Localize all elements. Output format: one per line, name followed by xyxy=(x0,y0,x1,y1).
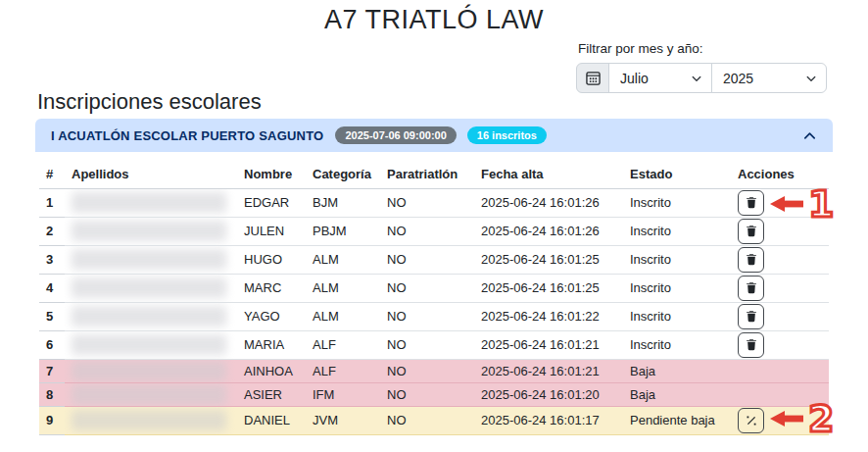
cell-estado: Inscrito xyxy=(623,330,731,359)
trash-icon xyxy=(746,253,757,266)
column-header-categoria: Categoría xyxy=(306,160,380,188)
table-row: 2JULENPBJMNO2025-06-24 16:01:26Inscrito xyxy=(39,217,829,245)
table-row: 4MARCALMNO2025-06-24 16:01:25Inscrito xyxy=(39,274,829,302)
cell-apellidos xyxy=(65,359,237,382)
cell-paratriatlon: NO xyxy=(380,188,474,217)
cell-estado: Baja xyxy=(623,359,731,382)
cell-fecha-alta: 2025-06-24 16:01:21 xyxy=(474,330,623,359)
month-select[interactable]: Julio xyxy=(609,64,711,92)
cell-apellidos xyxy=(65,406,237,434)
cell-paratriatlon: NO xyxy=(380,217,474,245)
cell-estado: Baja xyxy=(623,382,731,406)
row-number: 7 xyxy=(39,359,65,382)
redacted-apellidos xyxy=(72,410,226,430)
column-header-paratriatlon: Paratriatlón xyxy=(380,160,474,188)
column-header-nombre: Nombre xyxy=(237,160,306,188)
table-row: 8ASIERIFMNO2025-06-24 16:01:20Baja xyxy=(39,382,829,406)
accordion-header[interactable]: I ACUATLÓN ESCOLAR PUERTO SAGUNTO 2025-0… xyxy=(35,119,833,152)
cell-estado: Inscrito xyxy=(623,302,731,330)
cell-acciones xyxy=(731,217,829,245)
cell-categoria: JVM xyxy=(306,406,380,434)
cell-paratriatlon: NO xyxy=(380,245,474,274)
cell-nombre: DANIEL xyxy=(237,406,306,434)
cell-apellidos xyxy=(65,274,237,302)
process-baja-button[interactable] xyxy=(738,408,764,433)
cell-acciones xyxy=(731,302,829,330)
row-number: 3 xyxy=(39,245,65,274)
table-row: 5YAGOALMNO2025-06-24 16:01:22Inscrito xyxy=(39,302,829,330)
cell-fecha-alta: 2025-06-24 16:01:26 xyxy=(474,217,623,245)
table-wrap: #ApellidosNombreCategoríaParatriatlónFec… xyxy=(35,152,833,435)
cell-acciones xyxy=(731,245,829,274)
cell-estado: Inscrito xyxy=(623,245,731,274)
redacted-apellidos xyxy=(72,306,226,326)
cell-apellidos xyxy=(65,245,237,274)
row-number: 6 xyxy=(39,330,65,359)
delete-button[interactable] xyxy=(738,332,764,358)
column-header-acciones: Acciones xyxy=(731,160,829,188)
table-header-row: #ApellidosNombreCategoríaParatriatlónFec… xyxy=(39,160,829,188)
row-number: 8 xyxy=(39,382,65,406)
delete-button[interactable] xyxy=(738,276,764,301)
redacted-apellidos xyxy=(72,277,226,298)
redacted-apellidos xyxy=(72,221,226,241)
row-number: 5 xyxy=(39,302,65,330)
calendar-icon xyxy=(576,63,609,93)
cell-nombre: AINHOA xyxy=(237,359,306,382)
cell-acciones xyxy=(731,359,829,382)
trash-icon xyxy=(746,196,757,209)
cell-categoria: BJM xyxy=(306,188,380,217)
column-header-apellidos: Apellidos xyxy=(65,160,237,188)
column-header-fecha-alta: Fecha alta xyxy=(474,160,623,188)
cell-acciones xyxy=(731,406,829,434)
month-year-filter: Filtrar por mes y año: Julio xyxy=(576,41,827,93)
row-number: 2 xyxy=(39,217,65,245)
column-header-estado: Estado xyxy=(623,160,731,188)
cell-apellidos xyxy=(65,217,237,245)
table-row: 9DANIELJVMNO2025-06-24 16:01:17Pendiente… xyxy=(39,406,829,434)
table-row: 6MARIAALFNO2025-06-24 16:01:21Inscrito xyxy=(39,330,829,359)
cell-apellidos xyxy=(65,382,237,406)
redacted-apellidos xyxy=(72,192,226,213)
delete-button[interactable] xyxy=(738,247,764,273)
cell-categoria: ALM xyxy=(306,274,380,302)
event-count-badge: 16 inscritos xyxy=(467,126,547,144)
event-datetime-badge: 2025-07-06 09:00:00 xyxy=(335,126,456,144)
year-select[interactable]: 2025 xyxy=(712,64,826,92)
cell-acciones xyxy=(731,188,829,217)
redacted-apellidos xyxy=(72,334,226,355)
cell-nombre: MARIA xyxy=(237,330,306,359)
cell-apellidos xyxy=(65,188,237,217)
trash-icon xyxy=(746,281,757,294)
page: A7 TRIATLÓ LAW Filtrar por mes y año: Ju… xyxy=(0,0,868,452)
table-row: 1EDGARBJMNO2025-06-24 16:01:26Inscrito xyxy=(39,188,829,217)
cell-nombre: YAGO xyxy=(237,302,306,330)
page-title: A7 TRIATLÓ LAW xyxy=(0,0,868,35)
event-title: I ACUATLÓN ESCOLAR PUERTO SAGUNTO xyxy=(51,128,323,143)
column-header-num: # xyxy=(39,160,65,188)
month-select-wrap: Julio xyxy=(608,63,712,93)
cell-acciones xyxy=(731,382,829,406)
cell-paratriatlon: NO xyxy=(380,274,474,302)
cell-fecha-alta: 2025-06-24 16:01:22 xyxy=(474,302,623,330)
cell-paratriatlon: NO xyxy=(380,330,474,359)
delete-button[interactable] xyxy=(738,304,764,329)
row-number: 4 xyxy=(39,274,65,302)
cell-fecha-alta: 2025-06-24 16:01:20 xyxy=(474,382,623,406)
cell-categoria: IFM xyxy=(306,382,380,406)
delete-button[interactable] xyxy=(738,219,764,244)
cell-paratriatlon: NO xyxy=(380,302,474,330)
cell-nombre: EDGAR xyxy=(237,188,306,217)
content-area: Inscripciones escolares I ACUATLÓN ESCOL… xyxy=(0,89,868,435)
cell-categoria: ALF xyxy=(306,359,380,382)
delete-button[interactable] xyxy=(738,190,764,216)
cell-acciones xyxy=(731,330,829,359)
cell-estado: Inscrito xyxy=(623,188,731,217)
year-select-wrap: 2025 xyxy=(711,63,827,93)
magic-wand-icon xyxy=(746,415,757,427)
table-row: 3HUGOALMNO2025-06-24 16:01:25Inscrito xyxy=(39,245,829,274)
trash-icon xyxy=(746,225,757,237)
cell-paratriatlon: NO xyxy=(380,359,474,382)
cell-fecha-alta: 2025-06-24 16:01:21 xyxy=(474,359,623,382)
cell-categoria: ALM xyxy=(306,302,380,330)
